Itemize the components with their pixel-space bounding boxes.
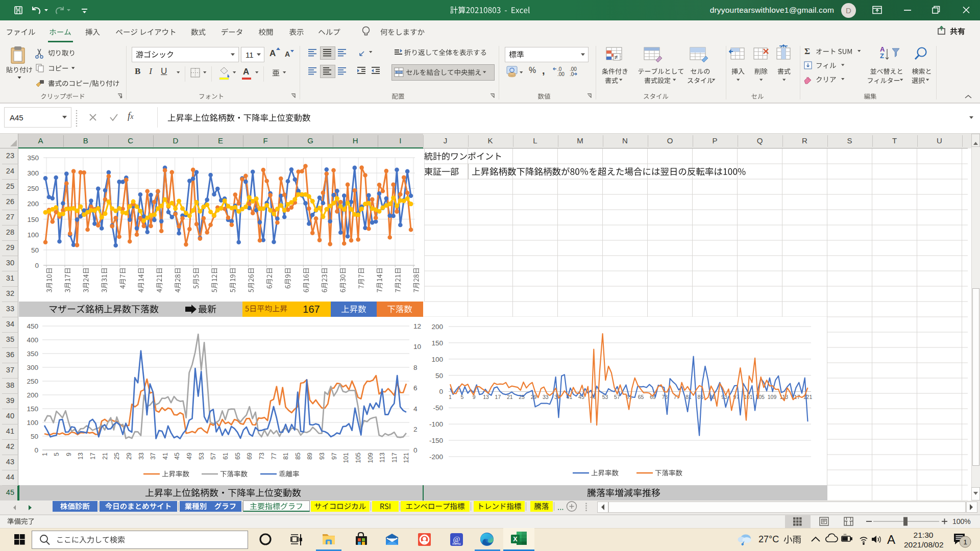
svg-text:≠: ≠ <box>615 54 618 61</box>
svg-text:1: 1 <box>963 538 967 546</box>
svg-text:menu: menu <box>452 542 461 545</box>
svg-text:X: X <box>513 536 518 543</box>
